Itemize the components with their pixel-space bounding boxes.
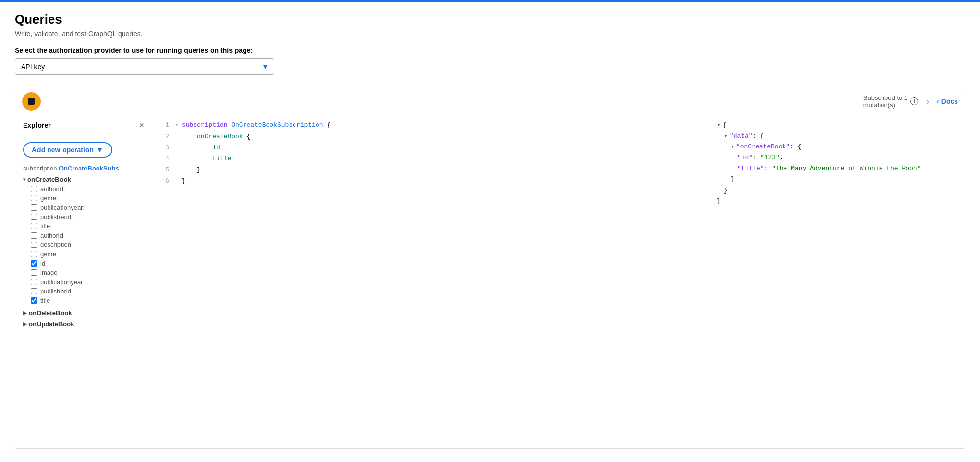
spacer — [175, 132, 179, 142]
result-content: "id": "123", — [737, 152, 784, 163]
subscription-name: OnCreateBookSubs — [59, 165, 119, 172]
checkbox-publicationyear[interactable] — [31, 279, 37, 285]
page-header: Queries Write, validate, and test GraphQ… — [0, 2, 980, 80]
code-line-2: 2 onCreateBook { — [152, 131, 710, 143]
list-item: authorid: — [31, 184, 144, 194]
code-content: id — [182, 143, 220, 153]
spacer — [175, 176, 179, 187]
code-line-4: 4 title — [152, 153, 710, 165]
explorer-close-button[interactable]: × — [139, 121, 144, 130]
checkbox-description[interactable] — [31, 242, 37, 248]
triangle-icon: ▶ — [23, 310, 27, 316]
explorer-panel: Explorer × Add new operation ▼ subscript… — [15, 115, 152, 448]
result-content: } — [717, 196, 721, 207]
list-item: genre — [31, 249, 144, 259]
auth-select-wrapper: API key Cognito User Pools IAM OpenID Co… — [15, 58, 274, 75]
collapse-button[interactable]: › — [924, 97, 931, 107]
result-line: ▾ "data": { — [717, 131, 958, 142]
tree-item-label: onDeleteBook — [29, 309, 72, 316]
result-line: "id": "123", — [717, 152, 958, 163]
field-label: genre: — [40, 195, 58, 202]
checkbox-publisherid[interactable] — [31, 288, 37, 294]
result-panel: ▾ { ▾ "data": { ▾ "onCreateBook": { "id"… — [710, 115, 965, 448]
field-label: publisherid: — [40, 213, 73, 220]
result-line: } — [717, 185, 958, 196]
list-item: publisherid — [31, 287, 144, 296]
tree-item-onupdate-book[interactable]: ▶ onUpdateBook — [23, 319, 144, 329]
page-title: Queries — [15, 12, 965, 27]
field-label: publicationyear: — [40, 204, 85, 211]
checkbox-publicationyear-colon[interactable] — [31, 204, 37, 211]
explorer-body: Add new operation ▼ subscription OnCreat… — [15, 136, 152, 448]
editor-panel[interactable]: 1 ▾ subscription OnCreateBookSubscriptio… — [152, 115, 710, 448]
code-line-6: 6 } — [152, 176, 710, 187]
field-label: authorid: — [40, 185, 65, 193]
info-icon[interactable]: i — [910, 97, 918, 105]
result-content: "title": "The Many Adventure of Winnie t… — [737, 163, 921, 174]
spacer — [175, 154, 179, 164]
checkbox-id[interactable] — [31, 260, 37, 267]
list-item: title: — [31, 221, 144, 231]
stop-icon — [28, 98, 35, 105]
code-content: onCreateBook { — [182, 132, 250, 142]
line-number: 1 — [157, 121, 169, 131]
field-label: description — [40, 241, 71, 248]
line-number: 3 — [157, 143, 169, 153]
result-line: } — [717, 196, 958, 207]
triangle-icon: ▾ — [717, 120, 721, 131]
tree-root-name: onCreateBook — [27, 176, 71, 183]
subscribed-text: Subscribed to 1mutation(s) — [863, 94, 907, 109]
field-label: id — [40, 260, 45, 267]
stop-button[interactable] — [22, 92, 41, 111]
subscription-keyword: subscription — [23, 165, 57, 172]
subscription-label: subscription OnCreateBookSubs — [23, 165, 144, 172]
code-content: } — [182, 165, 201, 175]
auth-select[interactable]: API key Cognito User Pools IAM OpenID Co… — [15, 58, 274, 75]
spacer — [175, 143, 179, 153]
checkbox-genre-colon[interactable] — [31, 195, 37, 201]
tree-item-ondelete-book[interactable]: ▶ onDeleteBook — [23, 308, 144, 317]
list-item: title — [31, 296, 144, 305]
code-content: } — [182, 176, 186, 187]
docs-button[interactable]: ‹ Docs — [937, 97, 958, 105]
field-label: image — [40, 269, 57, 276]
checkbox-authorid[interactable] — [31, 232, 37, 239]
result-content: "data" — [730, 131, 753, 142]
field-label: publisherid — [40, 288, 71, 295]
field-label: genre — [40, 250, 56, 258]
tree-item-oncreate-book[interactable]: ▾ onCreateBook — [23, 175, 144, 184]
field-label: publicationyear — [40, 278, 83, 286]
checkbox-image[interactable] — [31, 269, 37, 276]
add-operation-arrow-icon: ▼ — [97, 146, 103, 154]
triangle-icon: ▾ — [731, 142, 735, 152]
subscribed-info: Subscribed to 1mutation(s) i — [863, 94, 918, 109]
line-number: 2 — [157, 132, 169, 142]
field-label: authorid — [40, 232, 63, 239]
checkbox-authorid-colon[interactable] — [31, 186, 37, 192]
list-item: image — [31, 268, 144, 277]
line-number: 6 — [157, 176, 169, 187]
result-content: } — [731, 174, 735, 185]
line-number: 4 — [157, 154, 169, 164]
checkbox-title-colon[interactable] — [31, 223, 37, 229]
add-operation-button[interactable]: Add new operation ▼ — [23, 142, 112, 158]
toolbar: Subscribed to 1mutation(s) i › ‹ Docs — [15, 88, 965, 115]
triangle-icon: ▾ — [724, 131, 728, 142]
list-item: publicationyear: — [31, 203, 144, 212]
list-item: publisherid: — [31, 212, 144, 221]
result-line: ▾ "onCreateBook": { — [717, 142, 958, 152]
result-line: ▾ { — [717, 120, 958, 131]
list-item: publicationyear — [31, 277, 144, 287]
field-label: title: — [40, 222, 52, 230]
triangle-icon: ▾ — [23, 177, 25, 182]
field-label: title — [40, 297, 50, 304]
list-item: description — [31, 240, 144, 249]
checkbox-title[interactable] — [31, 297, 37, 304]
checkbox-publisherid-colon[interactable] — [31, 214, 37, 220]
code-line-5: 5 } — [152, 165, 710, 176]
add-operation-label: Add new operation — [32, 146, 94, 154]
list-item: genre: — [31, 194, 144, 203]
result-content: "onCreateBook" — [736, 142, 790, 152]
checkbox-genre[interactable] — [31, 251, 37, 257]
main-panel: Subscribed to 1mutation(s) i › ‹ Docs Ex… — [15, 88, 965, 449]
